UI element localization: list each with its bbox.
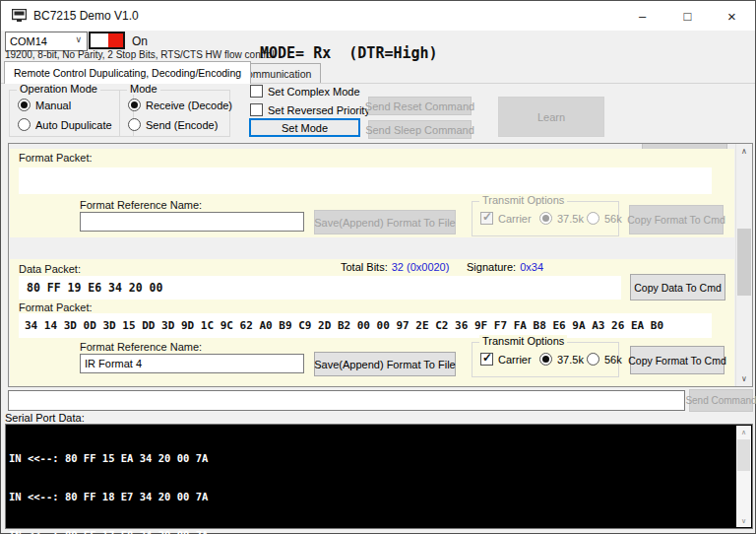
transmit-options-title: Transmit Options xyxy=(479,335,567,347)
com-port-select[interactable]: COM14 ∨ xyxy=(5,32,88,51)
total-bits-label: Total Bits: xyxy=(341,261,388,273)
radio-37-5k-icon[interactable] xyxy=(539,353,552,366)
radio-37-5k-icon[interactable] xyxy=(539,212,552,225)
radio-56k-icon[interactable] xyxy=(587,353,599,366)
data-packet-label: Data Packet: xyxy=(19,263,81,275)
carrier-checkbox[interactable]: Carrier xyxy=(480,353,532,366)
scroll-up-icon[interactable]: ∧ xyxy=(736,426,751,438)
radio-manual[interactable]: Manual xyxy=(18,99,71,111)
radio-send-encode-label: Send (Encode) xyxy=(146,119,218,131)
terminal-line: IN <<--: 80 FF 15 EA 34 20 00 7A xyxy=(9,452,734,465)
checkbox-set-complex-mode-label: Set Complex Mode xyxy=(268,86,360,98)
send-command-button[interactable]: Send Command xyxy=(689,389,753,412)
carrier-checkbox-icon[interactable] xyxy=(480,212,493,225)
checkbox-set-complex-mode-icon[interactable] xyxy=(250,85,263,98)
app-window: BC7215 Demo V1.0 – □ × COM14 ∨ On 19200,… xyxy=(0,0,756,534)
toggle-state-label: On xyxy=(132,34,148,48)
radio-37-5k[interactable]: 37.5k xyxy=(539,353,584,366)
terminal-scrollbar[interactable]: ∧ ∨ xyxy=(736,426,751,527)
radio-auto-duplicate[interactable]: Auto Dupulicate xyxy=(18,118,112,131)
close-button[interactable]: × xyxy=(710,1,754,31)
checkbox-set-complex-mode[interactable]: Set Complex Mode xyxy=(250,85,360,98)
checkbox-set-reversed-priority[interactable]: Set Reversed Priority xyxy=(250,103,370,116)
scroll-up-icon[interactable]: ∧ xyxy=(736,144,752,159)
format-packet-label: Format Packet: xyxy=(19,152,93,164)
copy-data-to-cmd-button[interactable]: Copy Data To Cmd xyxy=(630,274,725,300)
radio-56k-label: 56k xyxy=(604,354,622,366)
radio-auto-duplicate-label: Auto Dupulicate xyxy=(35,119,112,131)
com-port-value: COM14 xyxy=(10,35,47,47)
format-ref-name-input[interactable] xyxy=(80,354,304,373)
radio-manual-label: Manual xyxy=(35,100,71,111)
radio-manual-icon[interactable] xyxy=(18,99,31,111)
format-ref-name-input[interactable] xyxy=(80,212,304,232)
terminal-lines: IN <<--: 80 FF 15 EA 34 20 00 7A IN <<--… xyxy=(9,427,734,534)
carrier-checkbox-icon[interactable] xyxy=(480,353,493,366)
port-on-off-toggle[interactable] xyxy=(89,32,125,49)
command-input[interactable] xyxy=(8,390,685,411)
checkbox-set-reversed-priority-label: Set Reversed Priority xyxy=(268,104,370,116)
maximize-button[interactable]: □ xyxy=(665,1,710,31)
radio-receive-decode-icon[interactable] xyxy=(128,99,141,111)
radio-receive-decode[interactable]: Receive (Decode) xyxy=(128,99,232,111)
format-section-top: Format Packet: Format Reference Name: Sa… xyxy=(10,149,734,237)
title-bar: BC7215 Demo V1.0 – □ × xyxy=(1,1,755,31)
window-title: BC7215 Demo V1.0 xyxy=(33,9,139,23)
tab-remote-control[interactable]: Remote Control Dupulicating, Decoding/En… xyxy=(4,61,251,84)
copy-format-to-cmd-button[interactable]: Copy Format To Cmd xyxy=(630,346,724,374)
radio-56k[interactable]: 56k xyxy=(587,353,622,366)
radio-send-encode[interactable]: Send (Encode) xyxy=(128,118,218,131)
radio-56k-icon[interactable] xyxy=(587,212,599,225)
mode-group: Mode Receive (Decode) Send (Encode) xyxy=(119,90,230,137)
mode-status-text: MODE= Rx (DTR=High) xyxy=(260,44,438,62)
operation-mode-group-title: Operation Mode xyxy=(17,83,100,95)
radio-auto-duplicate-icon[interactable] xyxy=(18,118,31,131)
packet-scroll-panel: Format Packet: Format Reference Name: Sa… xyxy=(8,143,753,387)
save-format-button[interactable]: Save(Append) Format To File xyxy=(314,210,456,234)
checkbox-set-reversed-priority-icon[interactable] xyxy=(250,103,263,116)
scroll-down-icon[interactable]: ∨ xyxy=(736,514,751,527)
panel-scrollbar[interactable]: ∧ ∨ xyxy=(735,144,752,386)
radio-56k[interactable]: 56k xyxy=(587,212,622,225)
serial-terminal[interactable]: IN <<--: 80 FF 15 EA 34 20 00 7A IN <<--… xyxy=(5,424,753,529)
format-packet-field[interactable]: 34 14 3D 0D 3D 15 DD 3D 9D 1C 9C 62 A0 B… xyxy=(19,313,712,338)
learn-button[interactable]: Learn xyxy=(498,97,604,137)
send-reset-command-button[interactable]: Send Reset Command xyxy=(368,97,472,115)
format-packet-label: Format Packet: xyxy=(19,301,93,313)
scroll-down-icon[interactable]: ∨ xyxy=(736,371,752,386)
signature: Signature: 0x34 xyxy=(467,261,543,273)
panel-scrollbar-thumb[interactable] xyxy=(737,229,751,296)
carrier-label: Carrier xyxy=(498,354,532,366)
copy-format-to-cmd-button[interactable]: Copy Format To Cmd xyxy=(629,205,724,234)
serial-port-data-label: Serial Port Data: xyxy=(5,412,85,424)
operation-mode-group: Operation Mode Manual Auto Dupulicate xyxy=(9,90,134,137)
serial-config-text: 19200, 8-bit, No Parity, 2 Stop Bits, RT… xyxy=(5,49,275,60)
toggle-knob xyxy=(108,33,123,47)
radio-56k-label: 56k xyxy=(604,213,622,225)
format-ref-name-label: Format Reference Name: xyxy=(80,341,202,353)
chevron-down-icon: ∨ xyxy=(75,34,82,44)
carrier-label: Carrier xyxy=(498,213,532,225)
radio-37-5k-label: 37.5k xyxy=(557,354,584,366)
terminal-line: IN <<--: 80 FF 17 E8 34 20 00 7A xyxy=(9,529,734,534)
carrier-checkbox[interactable]: Carrier xyxy=(480,212,532,225)
transmit-options-title: Transmit Options xyxy=(479,194,567,206)
transmit-options-group: Transmit Options Carrier 37.5k 56k xyxy=(472,201,619,236)
save-format-button[interactable]: Save(Append) Format To File xyxy=(314,352,456,376)
signature-value: 0x34 xyxy=(520,261,543,273)
radio-send-encode-icon[interactable] xyxy=(128,118,141,131)
minimize-button[interactable]: – xyxy=(620,1,664,31)
send-sleep-command-button[interactable]: Send Sleep Command xyxy=(368,120,472,139)
format-ref-name-label: Format Reference Name: xyxy=(80,199,202,211)
mode-group-title: Mode xyxy=(127,83,160,95)
format-packet-field[interactable] xyxy=(19,167,712,194)
radio-37-5k[interactable]: 37.5k xyxy=(539,212,584,225)
radio-receive-decode-label: Receive (Decode) xyxy=(146,100,232,111)
terminal-line: IN <<--: 80 FF 18 E7 34 20 00 7A xyxy=(9,491,734,503)
terminal-scrollbar-thumb[interactable] xyxy=(737,439,750,471)
set-mode-button[interactable]: Set Mode xyxy=(249,118,360,137)
data-packet-field[interactable]: 80 FF 19 E6 34 20 00 xyxy=(19,276,621,300)
signature-label: Signature: xyxy=(467,261,516,273)
transmit-options-group: Transmit Options Carrier 37.5k 56k xyxy=(472,342,619,377)
total-bits: Total Bits: 32 (0x0020) xyxy=(341,261,449,273)
